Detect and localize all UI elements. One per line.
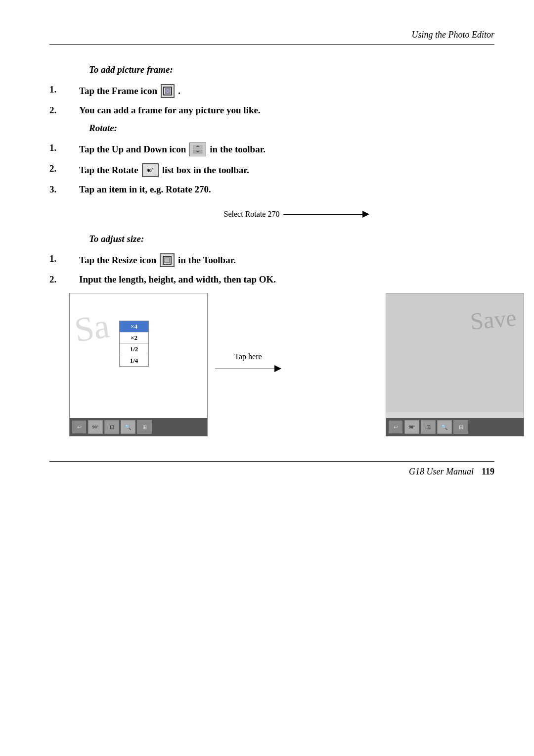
tb-r-grid-icon: ⊞ <box>453 420 468 434</box>
arrow-diagram: Select Rotate 270 <box>49 210 494 219</box>
adjust-size-heading: To adjust size: <box>89 234 494 244</box>
list-item: 2. Tap the Rotate 90° list box in the to… <box>49 163 494 177</box>
list-content: Tap the Resize icon in the Toolbar. <box>79 253 236 267</box>
list-number: 2. <box>49 274 79 285</box>
tap-here-label: Tap here <box>234 352 262 361</box>
list-content: You can add a frame for any picture you … <box>79 105 261 116</box>
list-number: 1. <box>49 253 79 264</box>
list-number: 1. <box>49 142 79 153</box>
tb-r-zoom-icon: 🔍 <box>437 420 452 434</box>
tb-grid-icon: ⊞ <box>137 420 152 434</box>
step2-text: You can add a frame for any picture you … <box>79 105 261 116</box>
resize-step1-after: in the Toolbar. <box>178 255 236 266</box>
list-number: 3. <box>49 184 79 195</box>
arrow-line <box>283 211 369 218</box>
toolbar-right: ↩ 90° ⊡ 🔍 ⊞ <box>386 418 524 436</box>
tb-r-resize-icon: ⊡ <box>421 420 436 434</box>
list-item: 1. Tap the Resize icon in the Toolbar. <box>49 253 494 267</box>
add-frame-heading: To add picture frame: <box>89 64 494 75</box>
screenshot-right: Save ↩ 90° ⊡ 🔍 ⊞ <box>386 293 524 436</box>
list-item: 3. Tap an item in it, e.g. Rotate 270. <box>49 184 494 195</box>
arrow-label: Select Rotate 270 <box>224 210 280 219</box>
footer-divider <box>49 461 494 462</box>
tap-here-arrow <box>215 365 281 372</box>
footer-manual: G18 User Manual <box>409 467 474 477</box>
dropdown-item-half: 1/2 <box>120 344 148 355</box>
frame-icon <box>161 84 175 98</box>
dropdown-menu: ×4 ×2 1/2 1/4 <box>119 321 149 367</box>
list-content: Tap the Frame icon . <box>79 84 180 98</box>
list-content: Tap the Rotate 90° list box in the toolb… <box>79 163 249 177</box>
resize-step2-text: Input the length, height, and width, the… <box>79 274 276 285</box>
add-frame-list: 1. Tap the Frame icon . <box>49 84 494 116</box>
horiz-line <box>215 369 274 369</box>
tb-r-rotate-icon: 90° <box>404 420 419 434</box>
adjust-size-list: 1. Tap the Resize icon in the Toolbar. 2… <box>49 253 494 285</box>
rotate-step1-before: Tap the Up and Down icon <box>79 144 186 155</box>
tb-resize-icon: ⊡ <box>104 420 119 434</box>
tb-zoom-icon: 🔍 <box>121 420 135 434</box>
list-item: 1. Tap the Frame icon . <box>49 84 494 98</box>
arrow-line-body <box>283 214 362 215</box>
arrow-head-tap <box>274 365 281 372</box>
list-item: 1. Tap the Up and Down icon in the to <box>49 142 494 156</box>
footer-page: 119 <box>482 467 494 477</box>
header-divider <box>49 44 494 45</box>
svg-rect-10 <box>165 258 170 263</box>
save-text-right: Save <box>469 304 517 335</box>
arrow-head <box>362 211 369 218</box>
list-content: Input the length, height, and width, the… <box>79 274 276 285</box>
header-title: Using the Photo Editor <box>412 30 495 40</box>
list-content: Tap an item in it, e.g. Rotate 270. <box>79 184 211 195</box>
resize-step1-before: Tap the Resize icon <box>79 255 156 266</box>
step1-text-before: Tap the Frame icon <box>79 86 157 96</box>
screenshot-left: Sa ×4 ×2 1/2 1/4 ↩ 90° ⊡ 🔍 ⊞ <box>69 293 208 436</box>
header: Using the Photo Editor <box>49 30 494 40</box>
page-container: Using the Photo Editor To add picture fr… <box>0 0 534 756</box>
dropdown-item-x2: ×2 <box>120 332 148 344</box>
dropdown-item-x4: ×4 <box>120 321 148 332</box>
rotate-list: 1. Tap the Up and Down icon in the to <box>49 142 494 195</box>
tb-undo-icon: ↩ <box>72 420 87 434</box>
rotate-step2-before: Tap the Rotate <box>79 165 138 176</box>
tap-arrow-area: Tap here <box>215 352 281 372</box>
step1-text-after: . <box>178 86 180 96</box>
toolbar-left: ↩ 90° ⊡ 🔍 ⊞ <box>70 418 207 436</box>
rotate-step1-after: in the toolbar. <box>210 144 266 155</box>
list-content: Tap the Up and Down icon in the toolbar. <box>79 142 266 156</box>
footer: G18 User Manual 119 <box>49 467 494 477</box>
rotate-heading: Rotate: <box>89 123 494 134</box>
add-frame-section: To add picture frame: 1. Tap the Frame i… <box>49 64 494 116</box>
tb-r-undo-icon: ↩ <box>388 420 403 434</box>
screenshots-container: Sa ×4 ×2 1/2 1/4 ↩ 90° ⊡ 🔍 ⊞ Tap here <box>69 293 494 441</box>
list-number: 2. <box>49 105 79 116</box>
updown-icon <box>189 142 206 156</box>
dropdown-item-quarter: 1/4 <box>120 355 148 366</box>
adjust-size-section: To adjust size: 1. Tap the Resize icon i… <box>49 234 494 285</box>
list-item: 2. You can add a frame for any picture y… <box>49 105 494 116</box>
rotate-section: Rotate: 1. Tap the Up and Down icon <box>49 123 494 195</box>
rotate-icon: 90° <box>142 163 159 177</box>
list-item: 2. Input the length, height, and width, … <box>49 274 494 285</box>
rotate-step3-text: Tap an item in it, e.g. Rotate 270. <box>79 184 211 195</box>
rotate-step2-after: list box in the toolbar. <box>162 165 249 176</box>
tb-rotate-icon: 90° <box>88 420 103 434</box>
list-number: 1. <box>49 84 79 95</box>
list-number: 2. <box>49 163 79 174</box>
resize-icon <box>160 253 175 267</box>
save-text-left: Sa <box>72 306 112 350</box>
